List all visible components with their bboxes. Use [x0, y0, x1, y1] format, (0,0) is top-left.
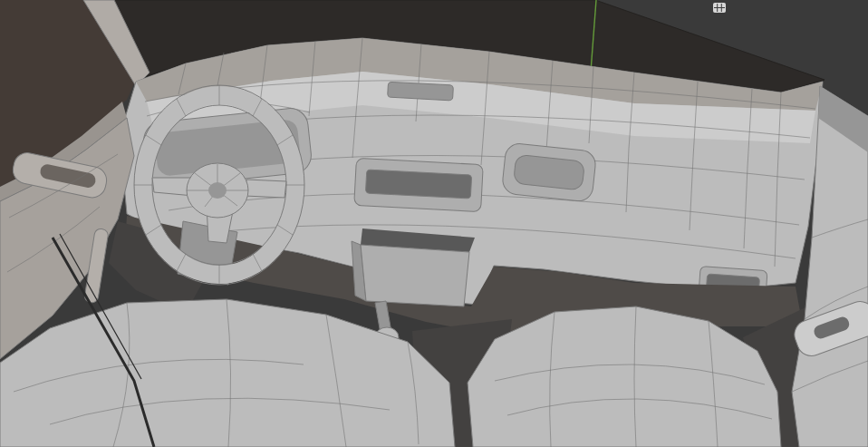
glovebox-recess[interactable] [501, 142, 596, 202]
radio-recess[interactable] [354, 158, 484, 211]
viewport-canvas[interactable] [0, 0, 868, 447]
center-vent[interactable] [388, 82, 454, 101]
steering-spoke-right[interactable] [245, 180, 286, 198]
steering-hub-cap [208, 182, 227, 199]
viewport-3d[interactable] [0, 0, 868, 447]
grid-gizmo-icon[interactable] [713, 3, 726, 13]
center-console-box[interactable] [352, 228, 475, 306]
